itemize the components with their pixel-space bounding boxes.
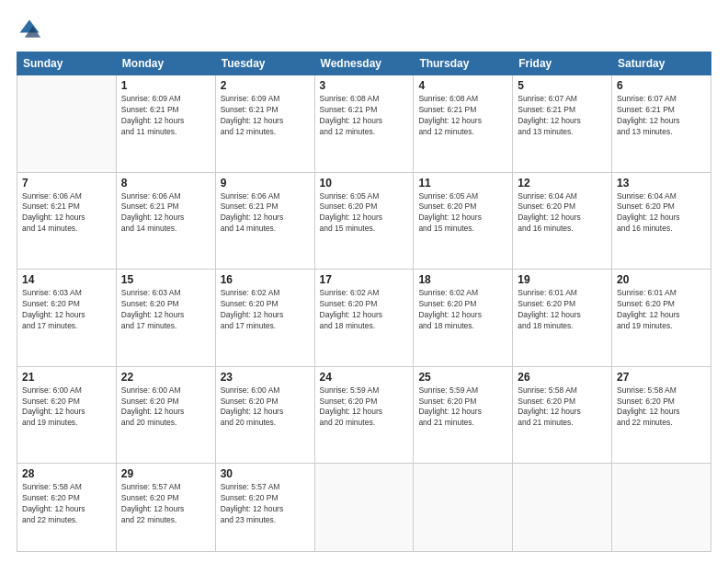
calendar-table: SundayMondayTuesdayWednesdayThursdayFrid… [17, 52, 711, 552]
week-row-0: 1Sunrise: 6:09 AM Sunset: 6:21 PM Daylig… [17, 75, 711, 173]
day-info: Sunrise: 6:06 AM Sunset: 6:21 PM Dayligh… [121, 191, 210, 236]
header-cell-monday: Monday [116, 52, 215, 75]
day-number: 17 [320, 273, 409, 286]
day-info: Sunrise: 6:03 AM Sunset: 6:20 PM Dayligh… [22, 288, 111, 332]
day-number: 15 [121, 273, 210, 286]
day-number: 19 [518, 273, 607, 286]
day-number: 9 [221, 177, 310, 190]
day-number: 23 [221, 371, 310, 384]
week-row-1: 7Sunrise: 6:06 AM Sunset: 6:21 PM Daylig… [17, 172, 711, 270]
header-cell-tuesday: Tuesday [215, 52, 314, 75]
calendar-cell: 2Sunrise: 6:09 AM Sunset: 6:21 PM Daylig… [215, 75, 314, 173]
day-number: 5 [518, 79, 607, 92]
calendar-cell: 21Sunrise: 6:00 AM Sunset: 6:20 PM Dayli… [17, 366, 117, 464]
header-cell-friday: Friday [513, 52, 612, 75]
day-number: 27 [617, 371, 706, 384]
header-row: SundayMondayTuesdayWednesdayThursdayFrid… [17, 52, 711, 75]
day-info: Sunrise: 6:05 AM Sunset: 6:20 PM Dayligh… [418, 191, 507, 236]
day-info: Sunrise: 5:57 AM Sunset: 6:20 PM Dayligh… [221, 482, 310, 526]
calendar-cell: 22Sunrise: 6:00 AM Sunset: 6:20 PM Dayli… [116, 366, 215, 464]
day-info: Sunrise: 5:57 AM Sunset: 6:20 PM Dayligh… [121, 482, 210, 526]
day-number: 25 [418, 371, 507, 384]
calendar-cell: 26Sunrise: 5:58 AM Sunset: 6:20 PM Dayli… [513, 366, 612, 464]
day-info: Sunrise: 6:02 AM Sunset: 6:20 PM Dayligh… [418, 288, 507, 332]
calendar-cell: 29Sunrise: 5:57 AM Sunset: 6:20 PM Dayli… [116, 464, 215, 552]
calendar-cell: 30Sunrise: 5:57 AM Sunset: 6:20 PM Dayli… [215, 464, 314, 552]
day-number: 16 [221, 273, 310, 286]
calendar-cell: 8Sunrise: 6:06 AM Sunset: 6:21 PM Daylig… [116, 172, 215, 270]
day-number: 26 [518, 371, 607, 384]
calendar-cell: 1Sunrise: 6:09 AM Sunset: 6:21 PM Daylig… [116, 75, 215, 173]
calendar-cell: 17Sunrise: 6:02 AM Sunset: 6:20 PM Dayli… [314, 270, 414, 367]
day-number: 1 [121, 79, 210, 92]
calendar-cell: 10Sunrise: 6:05 AM Sunset: 6:20 PM Dayli… [314, 172, 414, 270]
calendar-cell [17, 75, 117, 173]
day-info: Sunrise: 6:03 AM Sunset: 6:20 PM Dayligh… [121, 288, 210, 332]
day-info: Sunrise: 6:08 AM Sunset: 6:21 PM Dayligh… [320, 94, 409, 138]
day-number: 6 [617, 79, 706, 92]
header-cell-wednesday: Wednesday [314, 52, 414, 75]
header-cell-sunday: Sunday [17, 52, 117, 75]
day-info: Sunrise: 6:00 AM Sunset: 6:20 PM Dayligh… [121, 385, 210, 430]
day-number: 3 [320, 79, 409, 92]
day-info: Sunrise: 5:59 AM Sunset: 6:20 PM Dayligh… [320, 385, 409, 430]
calendar-cell: 16Sunrise: 6:02 AM Sunset: 6:20 PM Dayli… [215, 270, 314, 367]
day-number: 28 [22, 467, 111, 480]
day-info: Sunrise: 6:04 AM Sunset: 6:20 PM Dayligh… [617, 191, 706, 236]
day-number: 24 [320, 371, 409, 384]
day-number: 30 [221, 467, 310, 480]
calendar-cell: 18Sunrise: 6:02 AM Sunset: 6:20 PM Dayli… [414, 270, 513, 367]
calendar-cell [414, 464, 513, 552]
logo-icon [17, 17, 42, 42]
calendar-cell: 6Sunrise: 6:07 AM Sunset: 6:21 PM Daylig… [612, 75, 711, 173]
day-info: Sunrise: 6:09 AM Sunset: 6:21 PM Dayligh… [221, 94, 310, 138]
page: SundayMondayTuesdayWednesdayThursdayFrid… [0, 0, 728, 563]
calendar-cell: 23Sunrise: 6:00 AM Sunset: 6:20 PM Dayli… [215, 366, 314, 464]
calendar-cell: 24Sunrise: 5:59 AM Sunset: 6:20 PM Dayli… [314, 366, 414, 464]
calendar-cell: 11Sunrise: 6:05 AM Sunset: 6:20 PM Dayli… [414, 172, 513, 270]
day-number: 21 [22, 371, 111, 384]
day-number: 14 [22, 273, 111, 286]
day-info: Sunrise: 5:59 AM Sunset: 6:20 PM Dayligh… [418, 385, 507, 430]
header-cell-thursday: Thursday [414, 52, 513, 75]
day-number: 11 [418, 177, 507, 190]
calendar-cell: 5Sunrise: 6:07 AM Sunset: 6:21 PM Daylig… [513, 75, 612, 173]
day-info: Sunrise: 6:02 AM Sunset: 6:20 PM Dayligh… [320, 288, 409, 332]
calendar-cell: 13Sunrise: 6:04 AM Sunset: 6:20 PM Dayli… [612, 172, 711, 270]
calendar-cell: 19Sunrise: 6:01 AM Sunset: 6:20 PM Dayli… [513, 270, 612, 367]
week-row-4: 28Sunrise: 5:58 AM Sunset: 6:20 PM Dayli… [17, 464, 711, 552]
week-row-2: 14Sunrise: 6:03 AM Sunset: 6:20 PM Dayli… [17, 270, 711, 367]
day-info: Sunrise: 6:01 AM Sunset: 6:20 PM Dayligh… [617, 288, 706, 332]
header [17, 17, 711, 42]
day-info: Sunrise: 6:00 AM Sunset: 6:20 PM Dayligh… [22, 385, 111, 430]
calendar-cell: 4Sunrise: 6:08 AM Sunset: 6:21 PM Daylig… [414, 75, 513, 173]
day-info: Sunrise: 6:08 AM Sunset: 6:21 PM Dayligh… [418, 94, 507, 138]
calendar-cell: 12Sunrise: 6:04 AM Sunset: 6:20 PM Dayli… [513, 172, 612, 270]
week-row-3: 21Sunrise: 6:00 AM Sunset: 6:20 PM Dayli… [17, 366, 711, 464]
day-number: 18 [418, 273, 507, 286]
calendar-cell: 15Sunrise: 6:03 AM Sunset: 6:20 PM Dayli… [116, 270, 215, 367]
calendar-cell: 20Sunrise: 6:01 AM Sunset: 6:20 PM Dayli… [612, 270, 711, 367]
day-info: Sunrise: 5:58 AM Sunset: 6:20 PM Dayligh… [22, 482, 111, 526]
day-number: 7 [22, 177, 111, 190]
day-info: Sunrise: 6:00 AM Sunset: 6:20 PM Dayligh… [221, 385, 310, 430]
calendar-cell: 7Sunrise: 6:06 AM Sunset: 6:21 PM Daylig… [17, 172, 117, 270]
day-info: Sunrise: 6:07 AM Sunset: 6:21 PM Dayligh… [617, 94, 706, 138]
day-number: 12 [518, 177, 607, 190]
day-info: Sunrise: 6:07 AM Sunset: 6:21 PM Dayligh… [518, 94, 607, 138]
day-info: Sunrise: 6:05 AM Sunset: 6:20 PM Dayligh… [320, 191, 409, 236]
day-number: 4 [418, 79, 507, 92]
day-info: Sunrise: 6:01 AM Sunset: 6:20 PM Dayligh… [518, 288, 607, 332]
calendar-cell: 9Sunrise: 6:06 AM Sunset: 6:21 PM Daylig… [215, 172, 314, 270]
day-number: 20 [617, 273, 706, 286]
day-info: Sunrise: 6:04 AM Sunset: 6:20 PM Dayligh… [518, 191, 607, 236]
logo [17, 17, 46, 42]
calendar-cell [314, 464, 414, 552]
calendar-cell: 27Sunrise: 5:58 AM Sunset: 6:20 PM Dayli… [612, 366, 711, 464]
calendar-cell [612, 464, 711, 552]
day-info: Sunrise: 5:58 AM Sunset: 6:20 PM Dayligh… [617, 385, 706, 430]
day-number: 2 [221, 79, 310, 92]
day-number: 29 [121, 467, 210, 480]
day-number: 22 [121, 371, 210, 384]
day-number: 13 [617, 177, 706, 190]
